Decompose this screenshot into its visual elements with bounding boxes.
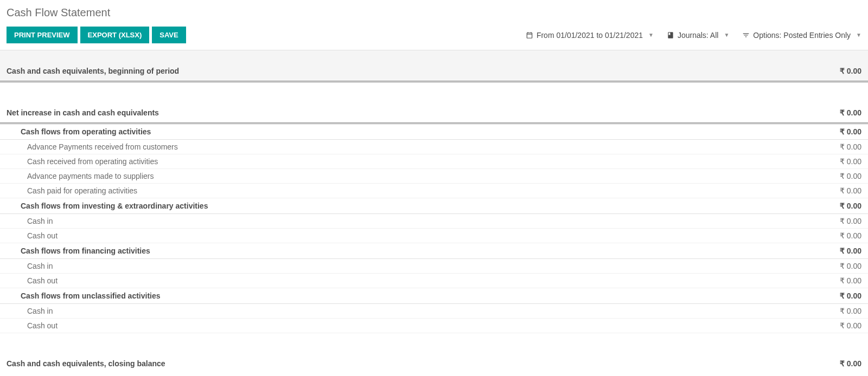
export-xlsx-button[interactable]: EXPORT (XLSX) [80,27,150,43]
line-amount: ₹ 0.00 [840,307,861,315]
list-item: Advance Payments received from customers… [0,140,868,154]
list-item: Cash in ₹ 0.00 [0,214,868,229]
content-scroll[interactable]: Cash and cash equivalents, beginning of … [0,50,868,373]
operating-amount: ₹ 0.00 [840,127,861,136]
list-item: Cash in ₹ 0.00 [0,259,868,274]
filter-icon [742,31,750,39]
line-label: Advance payments made to suppliers [27,172,154,180]
line-label: Cash in [27,217,53,225]
beginning-balance-row: Cash and cash equivalents, beginning of … [0,50,868,82]
calendar-icon [526,31,533,39]
save-button[interactable]: SAVE [152,27,186,43]
list-item: Cash in ₹ 0.00 [0,304,868,319]
beginning-amount: ₹ 0.00 [840,67,861,75]
report-content: Cash and cash equivalents, beginning of … [0,50,868,373]
net-increase-label: Net increase in cash and cash equivalent… [7,108,159,117]
net-increase-amount: ₹ 0.00 [840,108,861,117]
toolbar: PRINT PREVIEW EXPORT (XLSX) SAVE From 01… [7,27,861,43]
line-label: Cash in [27,262,53,270]
net-increase-row: Net increase in cash and cash equivalent… [0,103,868,124]
list-item: Cash out ₹ 0.00 [0,229,868,243]
line-label: Cash received from operating activities [27,157,158,166]
beginning-label: Cash and cash equivalents, beginning of … [7,67,179,75]
list-item: Cash out ₹ 0.00 [0,274,868,288]
financing-label: Cash flows from financing activities [21,247,150,255]
line-label: Cash out [27,321,58,330]
spacer [0,82,868,103]
line-amount: ₹ 0.00 [840,276,861,285]
line-label: Cash in [27,307,53,315]
header: Cash Flow Statement PRINT PREVIEW EXPORT… [0,0,868,50]
spacer [0,333,868,354]
options-filter[interactable]: Options: Posted Entries Only ▼ [742,31,861,40]
line-amount: ₹ 0.00 [840,262,861,270]
line-amount: ₹ 0.00 [840,217,861,225]
unclassified-label: Cash flows from unclassified activities [21,291,161,300]
journals-label: Journals: All [678,31,718,40]
operating-label: Cash flows from operating activities [21,127,151,136]
closing-label: Cash and cash equivalents, closing balan… [7,359,165,368]
investing-label: Cash flows from investing & extraordinar… [21,202,208,210]
financing-amount: ₹ 0.00 [840,247,861,255]
page-title: Cash Flow Statement [7,7,861,19]
chevron-down-icon: ▼ [648,32,654,38]
list-item: Advance payments made to suppliers ₹ 0.0… [0,169,868,184]
date-range-filter[interactable]: From 01/01/2021 to 01/21/2021 ▼ [526,31,654,40]
book-icon [667,31,674,39]
journals-filter[interactable]: Journals: All ▼ [667,31,729,40]
financing-activities-row: Cash flows from financing activities ₹ 0… [0,243,868,259]
closing-amount: ₹ 0.00 [840,359,861,368]
chevron-down-icon: ▼ [724,32,729,38]
unclassified-amount: ₹ 0.00 [840,291,861,300]
line-label: Advance Payments received from customers [27,142,178,151]
line-amount: ₹ 0.00 [840,172,861,180]
list-item: Cash received from operating activities … [0,154,868,169]
list-item: Cash paid for operating activities ₹ 0.0… [0,184,868,198]
closing-balance-row: Cash and cash equivalents, closing balan… [0,354,868,373]
line-label: Cash out [27,276,58,285]
line-amount: ₹ 0.00 [840,231,861,240]
chevron-down-icon: ▼ [856,32,861,38]
line-amount: ₹ 0.00 [840,157,861,166]
date-range-label: From 01/01/2021 to 01/21/2021 [537,31,643,40]
investing-amount: ₹ 0.00 [840,202,861,210]
print-preview-button[interactable]: PRINT PREVIEW [7,27,78,43]
line-amount: ₹ 0.00 [840,142,861,151]
list-item: Cash out ₹ 0.00 [0,319,868,333]
options-label: Options: Posted Entries Only [753,31,851,40]
line-amount: ₹ 0.00 [840,321,861,330]
unclassified-activities-row: Cash flows from unclassified activities … [0,288,868,304]
line-amount: ₹ 0.00 [840,186,861,195]
line-label: Cash paid for operating activities [27,186,137,195]
filters: From 01/01/2021 to 01/21/2021 ▼ Journals… [526,31,861,40]
operating-activities-row: Cash flows from operating activities ₹ 0… [0,124,868,140]
line-label: Cash out [27,231,58,240]
investing-activities-row: Cash flows from investing & extraordinar… [0,198,868,214]
